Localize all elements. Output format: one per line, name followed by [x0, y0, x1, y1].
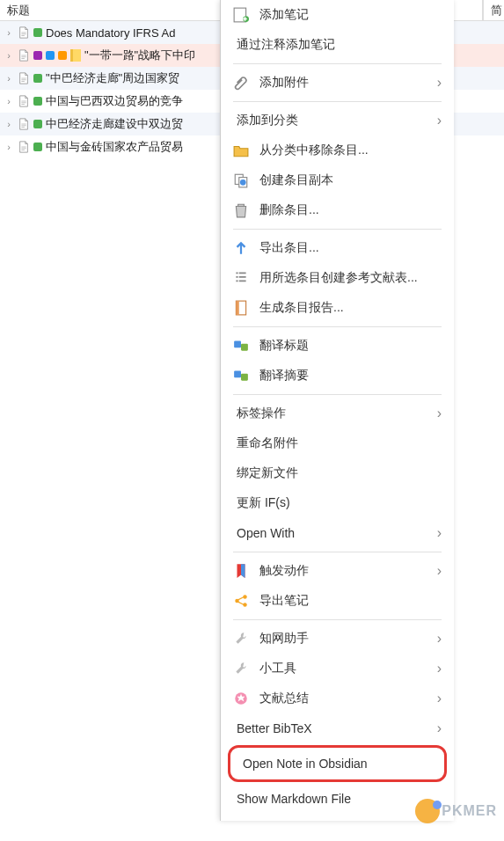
- divider: [233, 101, 442, 102]
- menu-label: 绑定新文件: [237, 465, 442, 481]
- menu-update-ifs[interactable]: 更新 IF(s): [221, 488, 454, 518]
- menu-label: 用所选条目创建参考文献表...: [259, 270, 442, 286]
- expand-chevron-icon[interactable]: ›: [4, 27, 14, 38]
- column-header-right[interactable]: 简: [483, 0, 504, 21]
- menu-add-to-category[interactable]: 添加到分类 ›: [221, 106, 454, 135]
- svg-rect-6: [236, 301, 238, 315]
- menu-label: 翻译标题: [259, 338, 442, 354]
- svg-rect-8: [241, 344, 248, 351]
- tag-dot: [33, 74, 42, 83]
- menu-label: 更新 IF(s): [237, 495, 442, 511]
- menu-remove-from-category[interactable]: 从分类中移除条目...: [221, 135, 454, 165]
- tag-dot: [46, 51, 55, 60]
- svg-rect-10: [241, 374, 248, 381]
- menu-rename-attachment[interactable]: 重命名附件: [221, 428, 454, 458]
- list-icon: [233, 270, 249, 286]
- svg-rect-7: [234, 340, 241, 347]
- wrench-icon: [233, 631, 249, 647]
- document-icon: [18, 72, 30, 84]
- menu-label: 导出条目...: [259, 240, 442, 256]
- menu-translate-abstract[interactable]: 翻译摘要: [221, 361, 454, 391]
- item-title: 中巴经济走廊建设中双边贸: [46, 116, 183, 132]
- tag-dot: [33, 51, 42, 60]
- tag-dot: [33, 97, 42, 106]
- menu-cnki-helper[interactable]: 知网助手 ›: [221, 624, 454, 654]
- menu-label: 重命名附件: [237, 435, 442, 451]
- divider: [233, 63, 442, 64]
- menu-open-obsidian[interactable]: Open Note in Obsidian: [228, 745, 447, 782]
- star-icon: [233, 691, 249, 706]
- tag-dot: [58, 51, 67, 60]
- expand-chevron-icon[interactable]: ›: [4, 119, 14, 129]
- translate-icon: [233, 338, 249, 354]
- menu-label: 创建条目副本: [259, 172, 442, 188]
- menu-summary[interactable]: 文献总结 ›: [221, 684, 454, 713]
- menu-open-with[interactable]: Open With ›: [221, 518, 454, 548]
- menu-label: 文献总结: [259, 691, 427, 706]
- menu-bind-new-file[interactable]: 绑定新文件: [221, 458, 454, 488]
- document-icon: [18, 26, 30, 39]
- watermark-icon: [415, 799, 440, 823]
- expand-chevron-icon[interactable]: ›: [4, 96, 14, 106]
- context-menu: 添加笔记 通过注释添加笔记 添加附件 › 添加到分类 › 从分类中移除条目...…: [220, 0, 454, 821]
- menu-delete-item[interactable]: 删除条目...: [221, 195, 454, 225]
- watermark-text: PKMER: [442, 803, 497, 819]
- menu-label: 生成条目报告...: [259, 300, 442, 316]
- menu-label: 添加附件: [259, 75, 427, 91]
- menu-translate-title[interactable]: 翻译标题: [221, 331, 454, 361]
- translate-icon: [233, 368, 249, 384]
- menu-label: 导出笔记: [259, 593, 442, 609]
- menu-label: 通过注释添加笔记: [237, 37, 442, 53]
- menu-label: Open With: [237, 526, 427, 540]
- chevron-right-icon: ›: [437, 661, 442, 676]
- bookmark-icon: [233, 563, 249, 579]
- chevron-right-icon: ›: [437, 720, 442, 736]
- divider: [233, 552, 442, 552]
- trash-icon: [233, 202, 249, 218]
- menu-add-note-annotation[interactable]: 通过注释添加笔记: [221, 30, 454, 60]
- expand-chevron-icon[interactable]: ›: [4, 73, 14, 84]
- menu-label: 知网助手: [259, 631, 427, 647]
- menu-label: Better BibTeX: [237, 721, 427, 735]
- document-icon: [18, 49, 30, 62]
- attachment-icon: [233, 75, 249, 91]
- menu-better-bibtex[interactable]: Better BibTeX ›: [221, 713, 454, 743]
- menu-tag-ops[interactable]: 标签操作 ›: [221, 399, 454, 428]
- expand-chevron-icon[interactable]: ›: [4, 50, 14, 61]
- expand-chevron-icon[interactable]: ›: [4, 142, 14, 152]
- export-icon: [233, 240, 249, 256]
- menu-tools[interactable]: 小工具 ›: [221, 654, 454, 684]
- chevron-right-icon: ›: [437, 631, 442, 647]
- menu-add-note[interactable]: 添加笔记: [221, 0, 454, 30]
- report-icon: [233, 300, 249, 316]
- menu-label: Open Note in Obsidian: [243, 757, 432, 771]
- divider: [233, 326, 442, 327]
- divider: [233, 229, 442, 230]
- menu-label: 触发动作: [259, 563, 427, 579]
- document-icon: [18, 95, 30, 107]
- divider: [233, 394, 442, 395]
- menu-add-attachment[interactable]: 添加附件 ›: [221, 68, 454, 98]
- document-icon: [18, 118, 30, 130]
- menu-duplicate[interactable]: 创建条目副本: [221, 165, 454, 195]
- item-title: "中巴经济走廊"周边国家贸: [46, 70, 179, 86]
- note-icon: [70, 49, 81, 62]
- item-title: 中国与巴西双边贸易的竞争: [46, 93, 183, 109]
- menu-label: 添加到分类: [237, 113, 427, 128]
- menu-export-note[interactable]: 导出笔记: [221, 586, 454, 616]
- menu-label: Show Markdown File: [237, 792, 442, 806]
- menu-export-item[interactable]: 导出条目...: [221, 233, 454, 263]
- duplicate-icon: [233, 172, 249, 188]
- divider: [233, 619, 442, 620]
- svg-point-4: [240, 179, 246, 186]
- watermark: PKMER: [415, 799, 497, 823]
- note-add-icon: [233, 7, 249, 23]
- menu-report[interactable]: 生成条目报告...: [221, 293, 454, 323]
- svg-rect-9: [234, 370, 241, 377]
- chevron-right-icon: ›: [437, 75, 442, 91]
- chevron-right-icon: ›: [437, 406, 442, 421]
- menu-label: 翻译摘要: [259, 368, 442, 384]
- chevron-right-icon: ›: [437, 563, 442, 579]
- menu-create-bib[interactable]: 用所选条目创建参考文献表...: [221, 263, 454, 293]
- menu-trigger-action[interactable]: 触发动作 ›: [221, 556, 454, 586]
